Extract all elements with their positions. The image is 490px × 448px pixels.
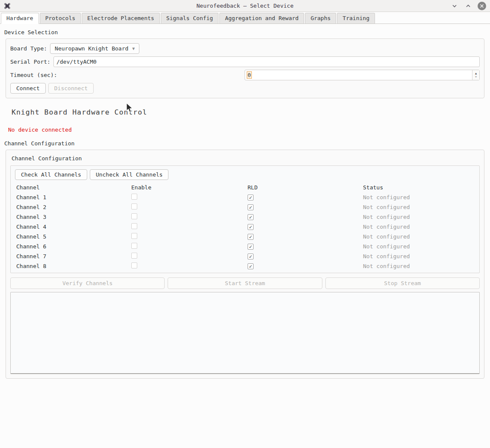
channel-label: Channel 1 — [16, 194, 46, 200]
channel-table-body: Channel 1 Not configured Channel 2 Not c… — [11, 192, 479, 271]
rld-checkbox[interactable] — [248, 195, 254, 200]
device-selection-label: Device Selection — [4, 29, 486, 35]
channel-label: Channel 6 — [16, 243, 46, 250]
enable-checkbox[interactable] — [131, 253, 137, 259]
status-text: Not configured — [363, 243, 410, 250]
board-type-value: Neuropawn Knight Board — [55, 45, 128, 52]
status-text: Not configured — [363, 204, 410, 210]
channel-configuration-label: Channel Configuration — [4, 140, 486, 147]
app-icon — [3, 2, 11, 10]
channel-table-header-row: Channel Enable RLD Status — [11, 183, 479, 192]
maximize-icon[interactable] — [464, 2, 472, 10]
enable-checkbox[interactable] — [131, 203, 137, 209]
serial-port-input[interactable] — [53, 56, 480, 67]
table-row: Channel 3 Not configured — [11, 212, 479, 222]
table-row: Channel 5 Not configured — [11, 232, 479, 242]
channel-label: Channel 7 — [16, 253, 46, 259]
tab-electrode-placements[interactable]: Electrode Placements — [82, 13, 160, 24]
tab-graphs[interactable]: Graphs — [305, 13, 336, 24]
channel-configuration-group: Channel Configuration Check All Channels… — [6, 150, 484, 379]
verify-channels-button: Verify Channels — [10, 277, 165, 289]
status-text: Not configured — [363, 194, 410, 200]
board-type-label: Board Type: — [10, 45, 47, 52]
channel-label: Channel 2 — [16, 204, 46, 210]
hardware-control-heading: Knight Board Hardware Control — [12, 108, 486, 116]
timeout-value: 0 — [247, 72, 251, 78]
status-text: Not configured — [363, 214, 410, 220]
table-row: Channel 2 Not configured — [11, 202, 479, 212]
start-stream-button: Start Stream — [168, 277, 322, 289]
spin-up-icon[interactable]: ▲ — [475, 72, 477, 75]
column-header-status: Status — [363, 183, 479, 192]
channel-table: Channel Enable RLD Status Channel 1 Not … — [11, 183, 479, 271]
status-text: Not configured — [363, 233, 410, 240]
timeout-spinbox[interactable]: 0 ▲ ▼ — [245, 70, 480, 80]
tab-protocols[interactable]: Protocols — [40, 13, 81, 24]
channel-label: Channel 4 — [16, 224, 46, 230]
channel-table-panel: Check All Channels Uncheck All Channels … — [10, 165, 480, 273]
column-header-rld: RLD — [248, 183, 363, 192]
table-row: Channel 7 Not configured — [11, 251, 479, 261]
channel-label: Channel 5 — [16, 233, 46, 240]
rld-checkbox[interactable] — [248, 253, 254, 259]
chevron-down-icon: ▼ — [132, 46, 135, 51]
table-row: Channel 4 Not configured — [11, 222, 479, 232]
uncheck-all-channels-button[interactable]: Uncheck All Channels — [90, 169, 169, 180]
disconnect-button: Disconnect — [48, 83, 94, 94]
serial-port-label: Serial Port: — [10, 59, 50, 65]
check-all-channels-button[interactable]: Check All Channels — [15, 169, 87, 180]
spin-down-icon[interactable]: ▼ — [475, 75, 477, 79]
board-type-dropdown[interactable]: Neuropawn Knight Board ▼ — [50, 43, 139, 54]
rld-checkbox[interactable] — [248, 214, 254, 220]
column-header-channel: Channel — [11, 183, 131, 192]
tab-training[interactable]: Training — [337, 13, 375, 24]
hardware-log-area[interactable] — [10, 292, 480, 374]
status-text: Not configured — [363, 253, 410, 259]
stop-stream-button: Stop Stream — [325, 277, 480, 289]
channel-label: Channel 8 — [16, 263, 46, 269]
rld-checkbox[interactable] — [248, 263, 254, 269]
rld-checkbox[interactable] — [248, 234, 254, 240]
table-row: Channel 8 Not configured — [11, 261, 479, 271]
enable-checkbox[interactable] — [131, 262, 137, 268]
enable-checkbox[interactable] — [131, 194, 137, 200]
channel-configuration-group-title: Channel Configuration — [12, 155, 480, 162]
tab-aggregation-and-reward[interactable]: Aggregation and Reward — [219, 13, 304, 24]
tab-bar: Hardware Protocols Electrode Placements … — [0, 12, 490, 24]
table-row: Channel 1 Not configured — [11, 192, 479, 202]
enable-checkbox[interactable] — [131, 213, 137, 219]
close-icon[interactable] — [478, 2, 486, 10]
enable-checkbox[interactable] — [131, 223, 137, 229]
device-selection-group: Board Type: Neuropawn Knight Board ▼ Ser… — [6, 38, 484, 98]
tab-hardware[interactable]: Hardware — [1, 13, 39, 24]
rld-checkbox[interactable] — [248, 224, 254, 230]
tab-signals-config[interactable]: Signals Config — [161, 13, 219, 24]
enable-checkbox[interactable] — [131, 233, 137, 239]
status-text: Not configured — [363, 263, 410, 269]
rld-checkbox[interactable] — [248, 244, 254, 250]
rld-checkbox[interactable] — [248, 204, 254, 210]
titlebar: Neurofeedback – Select Device — [0, 0, 490, 12]
device-status-message: No device connected — [8, 127, 486, 133]
connect-button[interactable]: Connect — [10, 83, 46, 94]
status-text: Not configured — [363, 224, 410, 230]
window-title: Neurofeedback – Select Device — [0, 3, 490, 9]
column-header-enable: Enable — [131, 183, 248, 192]
minimize-icon[interactable] — [450, 2, 459, 10]
channel-label: Channel 3 — [16, 214, 46, 220]
enable-checkbox[interactable] — [131, 243, 137, 249]
table-row: Channel 6 Not configured — [11, 242, 479, 251]
timeout-label: Timeout (sec): — [10, 72, 57, 78]
